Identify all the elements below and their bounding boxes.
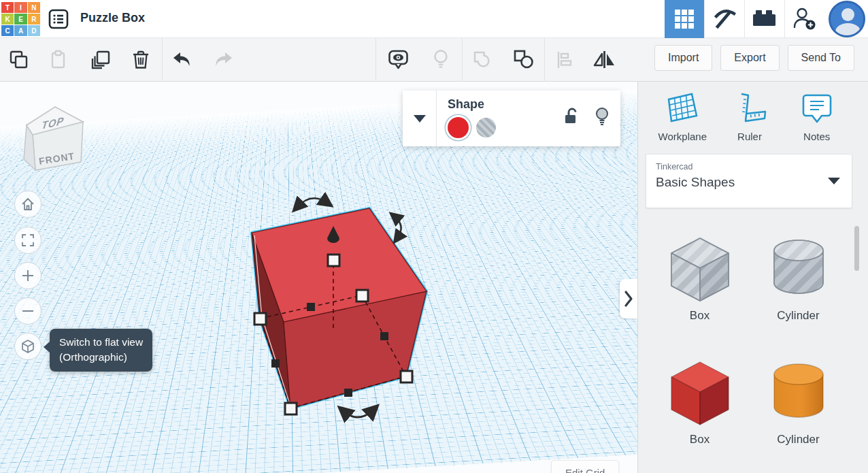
toolbar: Import Export Send To	[0, 38, 868, 82]
mirror-icon	[592, 48, 616, 72]
ruler-icon	[732, 91, 767, 125]
align-icon	[553, 48, 576, 71]
mirror-button[interactable]	[589, 45, 619, 75]
undo-button[interactable]	[167, 45, 197, 75]
shape-library-dropdown[interactable]: Tinkercad Basic Shapes	[646, 154, 852, 208]
group-icon	[471, 48, 495, 72]
shape-tile-box-solid[interactable]: Box	[662, 357, 738, 446]
box-solid-thumb	[662, 357, 738, 427]
ungroup-button[interactable]	[509, 45, 539, 75]
sidebar-collapse-tab[interactable]	[620, 279, 637, 319]
shape-label: Cylinder	[777, 309, 819, 323]
header-actions	[665, 0, 868, 38]
minecraft-export-button[interactable]	[705, 0, 744, 38]
logo-tile: E	[14, 14, 27, 25]
hide-selected-button[interactable]	[384, 45, 414, 75]
duplicate-button[interactable]	[86, 45, 116, 75]
grid-icon	[675, 10, 694, 29]
visibility-bulb-icon[interactable]	[595, 107, 610, 126]
person-add-icon	[791, 5, 818, 33]
import-button[interactable]: Import	[654, 45, 712, 71]
logo-tile: R	[28, 14, 40, 25]
lightbulb-icon	[429, 48, 453, 72]
tooltip-line1: Switch to flat view	[59, 335, 143, 350]
library-category: Basic Shapes	[656, 175, 842, 190]
logo-tile: T	[1, 2, 14, 13]
shape-dialog-collapse[interactable]	[403, 91, 437, 146]
logo-tile: I	[14, 2, 27, 13]
shape-gallery: Box Cylinder	[650, 233, 848, 446]
notes-icon	[799, 91, 835, 125]
divider	[462, 38, 463, 82]
shape-tile-cylinder-hole[interactable]: Cylinder	[761, 233, 837, 323]
delete-button[interactable]	[126, 45, 156, 75]
redo-button[interactable]	[208, 45, 238, 75]
send-to-button[interactable]: Send To	[788, 45, 854, 71]
redo-icon	[212, 48, 235, 71]
logo-tile: K	[1, 14, 14, 25]
library-brand: Tinkercad	[656, 162, 842, 172]
sidebar-tools: Workplane Ruler Notes	[638, 82, 868, 142]
logo-tile: D	[28, 25, 40, 36]
edit-grid-button[interactable]: Edit Grid	[551, 460, 619, 473]
box-hole-thumb	[662, 233, 738, 304]
chevron-right-icon	[623, 290, 634, 308]
trash-icon	[129, 48, 152, 71]
tooltip-line2: (Orthographic)	[59, 350, 143, 365]
notes-tool[interactable]: Notes	[783, 91, 850, 142]
ungroup-icon	[512, 48, 536, 72]
tinkercad-app: T I N K E R C A D Puzzle Box	[0, 0, 868, 473]
pickaxe-icon	[711, 5, 738, 33]
orthographic-tooltip: Switch to flat view (Orthographic)	[50, 329, 152, 372]
cylinder-hole-thumb	[761, 233, 837, 304]
paste-button[interactable]	[44, 45, 73, 75]
tinkercad-logo[interactable]: T I N K E R C A D	[1, 2, 40, 36]
shape-tile-cylinder-solid[interactable]: Cylinder	[761, 357, 837, 446]
user-avatar[interactable]	[829, 1, 865, 37]
divider	[162, 38, 163, 82]
eye-bubble-icon	[386, 48, 411, 72]
shapes-sidebar: Workplane Ruler Notes	[637, 82, 868, 473]
caret-down-icon	[414, 115, 426, 123]
duplicate-icon	[89, 48, 112, 71]
solid-color-swatch[interactable]	[448, 117, 469, 138]
design-menu-button[interactable]	[48, 8, 69, 30]
app-header: T I N K E R C A D Puzzle Box	[0, 0, 868, 38]
cylinder-solid-thumb	[761, 357, 837, 427]
show-all-button[interactable]	[426, 45, 456, 75]
brick-export-button[interactable]	[745, 0, 784, 38]
invite-button[interactable]	[785, 0, 824, 38]
shape-label: Box	[690, 433, 710, 446]
group-button[interactable]	[468, 45, 498, 75]
copy-button[interactable]	[4, 45, 34, 75]
align-button[interactable]	[550, 45, 580, 75]
paste-icon	[47, 48, 70, 71]
shape-tile-box-hole[interactable]: Box	[662, 233, 738, 323]
workplane-tool[interactable]: Workplane	[649, 91, 716, 142]
shape-inspector-dialog: Shape	[403, 91, 620, 146]
logo-tile: C	[1, 25, 14, 36]
brick-icon	[751, 7, 778, 31]
ruler-label: Ruler	[737, 131, 762, 142]
dashboard-button[interactable]	[665, 0, 704, 38]
ruler-tool[interactable]: Ruler	[716, 91, 784, 142]
hole-swatch[interactable]	[476, 118, 496, 137]
design-title: Puzzle Box	[80, 11, 145, 25]
logo-tile: A	[14, 25, 27, 36]
dropdown-caret-icon	[828, 178, 840, 184]
shape-label: Cylinder	[777, 433, 819, 446]
design-menu-icon	[48, 8, 69, 30]
divider	[544, 38, 545, 82]
shape-label: Box	[690, 309, 710, 323]
viewport-3d[interactable]: TOP FRONT	[0, 82, 637, 473]
unlock-icon[interactable]	[563, 108, 580, 125]
copy-icon	[7, 48, 31, 71]
undo-icon	[171, 48, 194, 71]
notes-label: Notes	[803, 131, 830, 142]
logo-tile: N	[28, 2, 40, 13]
export-button[interactable]: Export	[720, 45, 779, 71]
sidebar-scrollbar[interactable]	[854, 226, 859, 271]
workplane-icon	[665, 91, 700, 125]
workplane-label: Workplane	[658, 131, 707, 142]
toolbar-actions: Import Export Send To	[654, 45, 854, 71]
